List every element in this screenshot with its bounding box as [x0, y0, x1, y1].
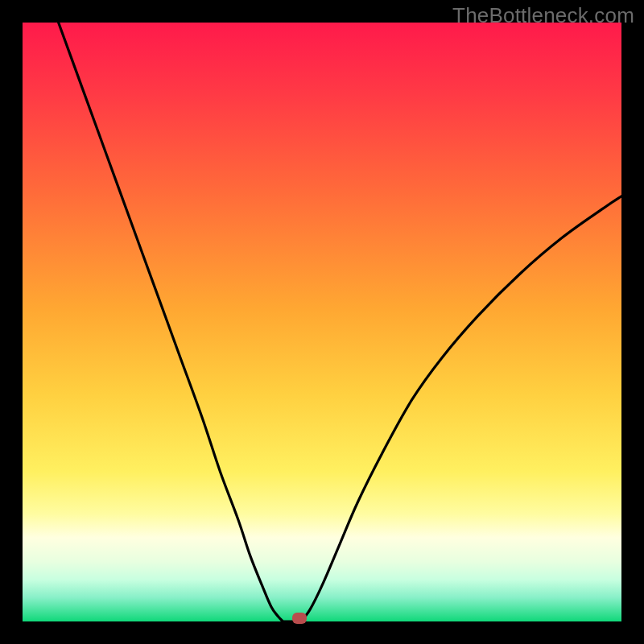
curve-path	[59, 23, 621, 622]
watermark-text: TheBottleneck.com	[452, 3, 634, 28]
chart-frame: TheBottleneck.com	[0, 0, 644, 644]
bottleneck-curve	[23, 23, 621, 621]
optimum-marker	[292, 613, 307, 624]
plot-area	[23, 23, 621, 621]
